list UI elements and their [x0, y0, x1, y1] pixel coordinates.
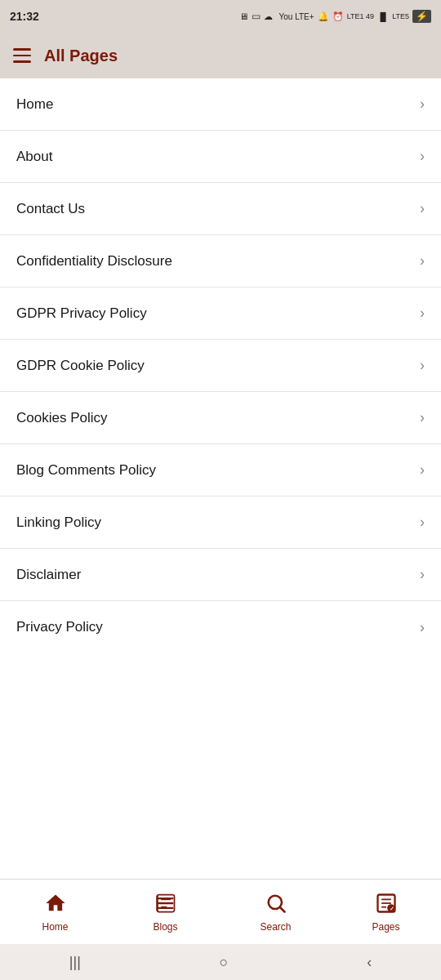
nav-item-pages[interactable]: ✓ Pages	[331, 892, 441, 933]
list-item-label: Confidentiality Disclosure	[16, 253, 172, 270]
search-svg	[265, 892, 287, 915]
app-header: All Pages	[0, 33, 441, 78]
chevron-right-icon: ›	[420, 409, 425, 426]
list-item-label: Privacy Policy	[16, 619, 103, 635]
list-item-label: About	[16, 149, 52, 165]
list-item-label: Blog Comments Policy	[16, 462, 156, 479]
chevron-right-icon: ›	[420, 461, 425, 479]
nav-item-blogs[interactable]: Blogs	[110, 892, 220, 933]
list-item[interactable]: GDPR Privacy Policy›	[0, 287, 441, 340]
list-item-label: Disclaimer	[16, 567, 81, 583]
sys-nav-recent-button[interactable]: |||	[53, 947, 97, 978]
status-lte2-text: LTE5	[392, 12, 409, 20]
hamburger-line-1	[13, 48, 31, 51]
list-item[interactable]: Linking Policy›	[0, 497, 441, 549]
chevron-right-icon: ›	[420, 252, 425, 270]
chevron-right-icon: ›	[420, 148, 425, 165]
list-item-label: Cookies Policy	[16, 410, 108, 426]
chevron-right-icon: ›	[420, 305, 425, 322]
nav-label-blogs: Blogs	[153, 921, 177, 933]
chevron-right-icon: ›	[420, 619, 425, 636]
nav-item-search[interactable]: Search	[220, 892, 331, 933]
list-item[interactable]: Cookies Policy›	[0, 392, 441, 444]
list-item-label: GDPR Cookie Policy	[16, 358, 145, 374]
pages-svg: ✓	[375, 892, 398, 915]
status-icons: 🖥 ▭ ☁ You LTE+ 🔔 ⏰ LTE1 49 ▐▌ LTE5 ⚡	[239, 10, 431, 23]
chevron-right-icon: ›	[420, 200, 425, 217]
list-item[interactable]: Contact Us›	[0, 183, 441, 235]
status-signal-bars: ▐▌	[377, 12, 389, 21]
chevron-right-icon: ›	[420, 96, 425, 113]
status-battery: ⚡	[412, 10, 431, 23]
search-icon	[265, 892, 287, 918]
svg-line-5	[280, 907, 284, 911]
status-icon-cloud: ☁	[264, 11, 273, 22]
status-icon-tablet: ▭	[252, 11, 261, 22]
list-item[interactable]: GDPR Cookie Policy›	[0, 340, 441, 392]
list-item[interactable]: About›	[0, 131, 441, 183]
list-item[interactable]: Home›	[0, 78, 441, 131]
home-icon	[44, 892, 67, 918]
status-bar: 21:32 🖥 ▭ ☁ You LTE+ 🔔 ⏰ LTE1 49 ▐▌ LTE5…	[0, 0, 441, 33]
pages-list: Home›About›Contact Us›Confidentiality Di…	[0, 78, 441, 879]
list-item[interactable]: Blog Comments Policy›	[0, 444, 441, 497]
blogs-svg	[154, 892, 177, 915]
chevron-right-icon: ›	[420, 357, 425, 374]
status-lte-text: LTE1 49	[347, 12, 374, 20]
nav-label-pages: Pages	[372, 921, 399, 933]
list-item-label: GDPR Privacy Policy	[16, 305, 147, 322]
status-time: 21:32	[10, 10, 39, 23]
nav-label-home: Home	[42, 921, 68, 933]
nav-label-search: Search	[260, 921, 291, 933]
list-item[interactable]: Confidentiality Disclosure›	[0, 235, 441, 287]
svg-text:✓: ✓	[389, 906, 394, 911]
status-alarm: 🔔	[318, 11, 329, 22]
list-item-label: Home	[16, 96, 53, 113]
pages-icon: ✓	[375, 892, 398, 918]
list-item-label: Linking Policy	[16, 514, 101, 531]
status-alarm2: ⏰	[332, 11, 344, 22]
list-item[interactable]: Disclaimer›	[0, 549, 441, 601]
nav-item-home[interactable]: Home	[0, 892, 110, 933]
hamburger-line-3	[13, 60, 31, 63]
status-icon-monitor: 🖥	[239, 11, 248, 21]
hamburger-menu-button[interactable]	[13, 48, 31, 63]
home-svg	[44, 892, 67, 915]
bottom-navigation: Home Blogs Search	[0, 879, 441, 944]
blogs-icon	[154, 892, 177, 918]
list-item-label: Contact Us	[16, 201, 85, 217]
chevron-right-icon: ›	[420, 514, 425, 531]
sys-nav-home-button[interactable]: ○	[203, 947, 245, 978]
sys-nav-back-button[interactable]: ‹	[350, 947, 388, 978]
system-navigation-bar: ||| ○ ‹	[0, 944, 441, 980]
chevron-right-icon: ›	[420, 566, 425, 583]
hamburger-line-2	[13, 55, 31, 57]
list-item[interactable]: Privacy Policy›	[0, 601, 441, 653]
page-title: All Pages	[44, 47, 118, 65]
status-signal-text: You LTE+	[279, 12, 314, 21]
